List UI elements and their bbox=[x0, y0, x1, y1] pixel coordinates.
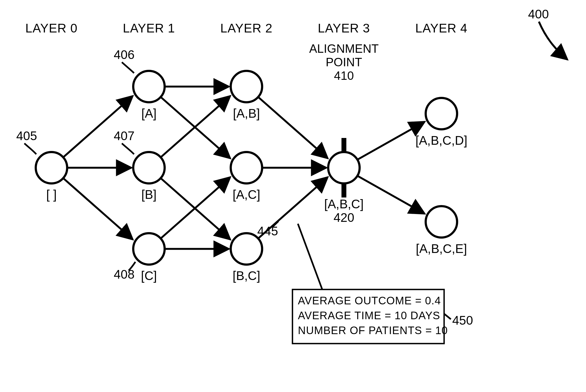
info-line1: AVERAGE OUTCOME = 0.4 bbox=[298, 295, 441, 307]
alignment-ref: 410 bbox=[334, 69, 354, 82]
node-c-set: [C] bbox=[141, 269, 157, 283]
svg-point-4 bbox=[231, 71, 262, 102]
svg-point-2 bbox=[133, 152, 165, 183]
diagram-canvas: 400 LAYER 0 LAYER 1 LAYER 2 LAYER 3 LAYE… bbox=[0, 0, 586, 392]
node-b-ref: 407 bbox=[114, 129, 135, 143]
svg-line-15 bbox=[161, 96, 230, 157]
figure-reference: 400 bbox=[528, 7, 567, 60]
info-line2: AVERAGE TIME = 10 DAYS bbox=[298, 309, 440, 321]
svg-point-7 bbox=[328, 152, 360, 183]
node-abc: [A,B,C] 420 bbox=[324, 138, 364, 225]
svg-point-9 bbox=[426, 206, 457, 238]
alignment-label-2: POINT bbox=[326, 55, 362, 69]
node-root-set: [ ] bbox=[46, 187, 57, 202]
info-line3: NUMBER OF PATIENTS = 10 bbox=[298, 324, 448, 336]
svg-line-10 bbox=[64, 96, 133, 157]
edge-reference-number: 445 bbox=[257, 224, 278, 238]
node-ac: [A,C] bbox=[231, 152, 262, 202]
node-abc-ref: 420 bbox=[334, 210, 354, 225]
layer3-header: LAYER 3 bbox=[318, 21, 370, 35]
info-box-ref: 450 bbox=[452, 313, 473, 327]
layer1-header: LAYER 1 bbox=[123, 21, 175, 35]
svg-point-1 bbox=[133, 71, 165, 102]
node-abc-set: [A,B,C] bbox=[324, 197, 364, 211]
svg-line-17 bbox=[161, 177, 230, 238]
node-bc: [B,C] bbox=[231, 233, 262, 283]
layer4-header: LAYER 4 bbox=[415, 21, 468, 35]
node-c-ref: 408 bbox=[114, 267, 135, 281]
figure-reference-number: 400 bbox=[528, 7, 549, 21]
node-root-ref: 405 bbox=[16, 129, 37, 143]
svg-point-8 bbox=[426, 98, 457, 129]
layer0-header: LAYER 0 bbox=[25, 21, 78, 35]
svg-line-24 bbox=[298, 224, 322, 289]
node-ab: [A,B] bbox=[231, 71, 262, 120]
node-a-set: [A] bbox=[141, 106, 157, 120]
svg-line-16 bbox=[161, 179, 230, 239]
svg-line-14 bbox=[161, 97, 230, 158]
alignment-label-1: ALIGNMENT bbox=[309, 42, 379, 55]
node-bc-set: [B,C] bbox=[233, 269, 260, 283]
node-ab-set: [A,B] bbox=[233, 106, 260, 120]
svg-line-21 bbox=[357, 122, 425, 160]
node-root: [ ] 405 bbox=[16, 129, 67, 202]
svg-line-12 bbox=[64, 179, 133, 239]
svg-point-3 bbox=[133, 233, 165, 265]
node-a-ref: 406 bbox=[114, 48, 135, 62]
layer2-header: LAYER 2 bbox=[220, 21, 273, 35]
svg-point-5 bbox=[231, 152, 262, 183]
node-abcd-set: [A,B,C,D] bbox=[415, 133, 467, 147]
node-abce-set: [A,B,C,E] bbox=[416, 242, 467, 256]
node-b: [B] 407 bbox=[114, 129, 165, 202]
edge-reference: 445 bbox=[257, 221, 278, 238]
svg-line-22 bbox=[357, 176, 425, 214]
node-ac-set: [A,C] bbox=[233, 187, 260, 202]
svg-line-19 bbox=[259, 97, 328, 158]
node-a: [A] 406 bbox=[114, 48, 165, 120]
svg-point-0 bbox=[36, 152, 67, 183]
node-c: [C] 408 bbox=[114, 233, 165, 283]
node-b-set: [B] bbox=[141, 187, 157, 202]
